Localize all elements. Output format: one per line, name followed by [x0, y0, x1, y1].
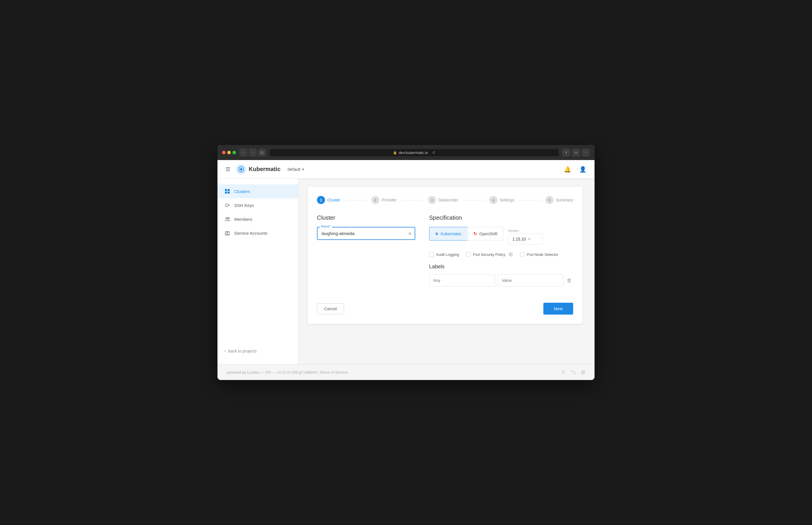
app-header: ☰ Kubermatic default ▾ 🔔	[217, 160, 595, 179]
openshift-button[interactable]: ↻ OpenShift	[467, 227, 503, 240]
ssh-keys-icon	[224, 202, 230, 208]
step-2: 2 Provider	[371, 196, 397, 204]
svg-rect-4	[225, 192, 227, 194]
audit-logging-label: Audit Logging	[436, 252, 459, 257]
app-body: Clusters SSH Keys	[217, 179, 595, 364]
openshift-label: OpenShift	[480, 231, 497, 236]
browser-nav: ‹ › ⊞	[239, 149, 266, 156]
hamburger-button[interactable]: ☰	[224, 165, 231, 174]
back-to-projects[interactable]: ‹ back to projects	[217, 344, 298, 358]
pod-node-selector-checkbox-box	[520, 252, 525, 257]
twitter-icon[interactable]: 𝕏	[561, 369, 566, 375]
pod-security-policy-checkbox-box	[466, 252, 471, 257]
footer-text: powered by Loodse — API — v2.12.0+239.g7…	[227, 370, 348, 375]
step-5-circle: 5	[545, 196, 553, 204]
share-button[interactable]: ⬆	[562, 149, 570, 156]
wizard-body: Cluster Name* ✕ Specification	[317, 214, 573, 286]
svg-point-10	[228, 217, 230, 219]
step-5: 5 Summary	[545, 196, 573, 204]
sidebar-item-service-accounts[interactable]: Service Accounts	[217, 226, 298, 240]
sidebar-item-ssh-keys-label: SSH Keys	[234, 203, 254, 208]
minimize-traffic-light[interactable]	[227, 151, 231, 154]
logo-text: Kubermatic	[249, 166, 281, 172]
wizard-left: Cluster Name* ✕	[317, 214, 415, 286]
kubernetes-label: Kubernetes	[441, 231, 462, 236]
project-selector[interactable]: default ▾	[285, 166, 306, 173]
github-icon[interactable]: ⌥	[570, 369, 576, 375]
step-2-label: Provider	[382, 198, 397, 202]
spec-type-buttons: ⎈ Kubernetes ↻ OpenShift	[429, 227, 503, 240]
wizard-card: 1 Cluster 2 Provider	[308, 187, 582, 324]
spec-type-row: ⎈ Kubernetes ↻ OpenShift Versio	[429, 227, 573, 246]
cluster-name-input[interactable]	[317, 227, 415, 240]
cluster-name-field: Name* ✕	[317, 227, 415, 240]
svg-rect-3	[228, 189, 230, 191]
add-button[interactable]: +	[582, 149, 590, 156]
next-button[interactable]: Next	[543, 303, 573, 315]
step-1-label: Cluster	[327, 198, 340, 202]
step-4-circle: 4	[489, 196, 497, 204]
forward-button[interactable]: ›	[249, 149, 257, 156]
svg-point-12	[227, 232, 228, 233]
back-arrow-icon: ‹	[224, 348, 226, 354]
version-value: 1.15.10	[512, 237, 526, 241]
name-label: Name*	[320, 225, 332, 228]
hamburger-icon: ☰	[225, 166, 230, 172]
reader-view-button[interactable]: ⊞	[258, 149, 266, 156]
step-4: 4 Settings	[489, 196, 514, 204]
svg-point-9	[226, 217, 228, 219]
cancel-button[interactable]: Cancel	[317, 303, 344, 314]
sidebar-item-service-accounts-label: Service Accounts	[234, 231, 267, 236]
delete-label-button[interactable]: 🗑	[566, 276, 573, 285]
kubernetes-button[interactable]: ⎈ Kubernetes	[429, 227, 467, 240]
pod-security-policy-checkbox[interactable]: Pod Security Policy i	[466, 252, 513, 257]
openshift-icon: ↻	[473, 231, 477, 237]
user-icon: 👤	[579, 166, 587, 173]
header-right: 🔔 👤	[563, 165, 588, 174]
svg-point-1	[240, 168, 242, 170]
sidebar-item-clusters[interactable]: Clusters	[217, 184, 298, 198]
pod-security-policy-label: Pod Security Policy	[473, 252, 505, 257]
browser-chrome: ‹ › ⊞ 🔒 dev.kubermatic.io ↺ ⬆ ⊕ +	[217, 145, 595, 160]
back-to-projects-label: back to projects	[228, 349, 256, 354]
pod-security-policy-info-icon[interactable]: i	[509, 252, 513, 257]
maximize-traffic-light[interactable]	[233, 151, 236, 154]
sidebar-item-members-label: Members	[234, 217, 252, 222]
user-profile-button[interactable]: 👤	[578, 165, 588, 174]
url-text: dev.kubermatic.io	[399, 150, 428, 155]
address-bar[interactable]: 🔒 dev.kubermatic.io ↺	[269, 149, 559, 156]
new-tab-button[interactable]: ⊕	[572, 149, 580, 156]
step-4-label: Settings	[500, 198, 514, 202]
version-selector[interactable]: 1.15.10 ▾	[508, 234, 543, 244]
sidebar-item-ssh-keys[interactable]: SSH Keys	[217, 198, 298, 212]
app-container: ☰ Kubermatic default ▾ 🔔	[217, 160, 595, 380]
label-key-input[interactable]	[429, 274, 495, 286]
svg-point-6	[225, 204, 228, 207]
header-left: ☰ Kubermatic default ▾	[224, 164, 306, 175]
kubernetes-icon: ⎈	[435, 231, 438, 237]
footer-bar: powered by Loodse — API — v2.12.0+239.g7…	[217, 364, 595, 380]
clear-name-button[interactable]: ✕	[408, 231, 412, 236]
lock-icon: 🔒	[393, 151, 397, 154]
labels-row: 🗑	[429, 274, 573, 286]
labels-section: Labels 🗑	[429, 264, 573, 286]
kubermatic-logo-icon	[236, 164, 246, 175]
slack-icon[interactable]: ⊞	[581, 369, 585, 375]
step-1: 1 Cluster	[317, 196, 340, 204]
audit-logging-checkbox[interactable]: Audit Logging	[429, 252, 459, 257]
svg-rect-2	[225, 189, 227, 191]
label-value-input[interactable]	[497, 274, 563, 286]
service-accounts-icon	[224, 230, 230, 236]
close-traffic-light[interactable]	[222, 151, 225, 154]
refresh-icon[interactable]: ↺	[432, 150, 435, 155]
step-1-circle: 1	[317, 196, 325, 204]
step-3-circle: 3	[428, 196, 436, 204]
back-button[interactable]: ‹	[239, 149, 248, 156]
version-label: Version	[508, 229, 543, 232]
sidebar-item-members[interactable]: Members	[217, 212, 298, 226]
sidebar-item-clusters-label: Clusters	[234, 189, 250, 194]
step-2-circle: 2	[371, 196, 379, 204]
pod-node-selector-checkbox[interactable]: Pod Node Selector	[520, 252, 558, 257]
step-3: 3 Datacenter	[428, 196, 458, 204]
notification-button[interactable]: 🔔	[563, 165, 572, 174]
